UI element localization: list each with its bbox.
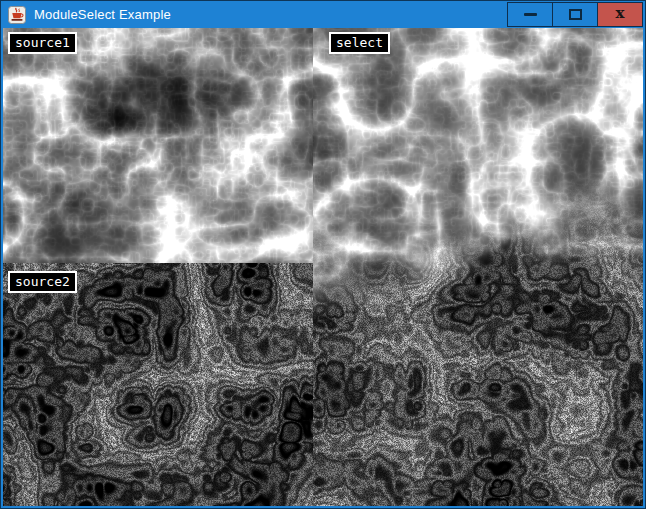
label-source1: source1 (8, 32, 77, 54)
noise-render-canvas (3, 28, 643, 506)
maximize-button[interactable] (552, 2, 598, 27)
window: ModuleSelect Example x source1 select so… (0, 0, 646, 509)
label-select: select (329, 32, 390, 54)
close-icon: x (616, 6, 625, 21)
java-coffee-cup-icon[interactable] (8, 6, 26, 24)
client-area: source1 select source2 (3, 28, 643, 506)
minimize-button[interactable] (507, 2, 553, 27)
maximize-icon (569, 9, 582, 20)
minimize-icon (524, 13, 537, 16)
close-button[interactable]: x (597, 2, 643, 27)
window-title: ModuleSelect Example (34, 7, 171, 22)
window-controls: x (508, 2, 643, 27)
label-source2: source2 (8, 271, 77, 293)
